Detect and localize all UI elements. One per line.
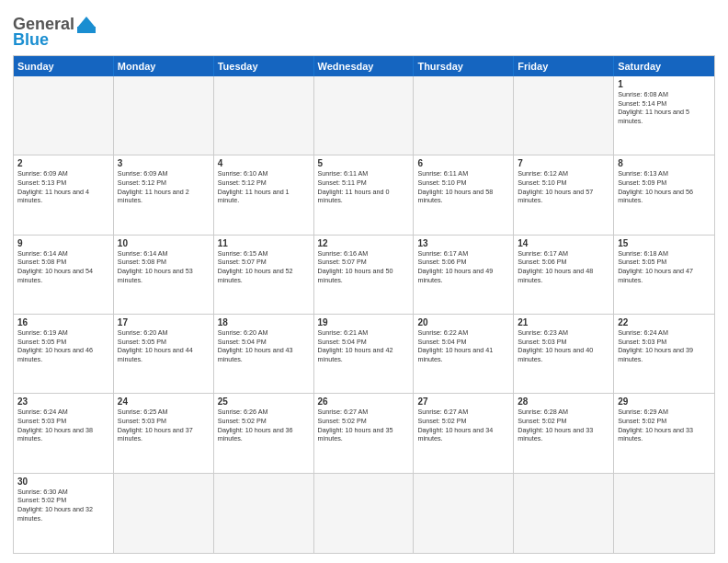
cell-day-number: 6 xyxy=(417,158,509,168)
calendar-cell: 7Sunrise: 6:12 AM Sunset: 5:10 PM Daylig… xyxy=(514,155,614,235)
cell-day-number: 24 xyxy=(118,396,210,407)
calendar-cell: 22Sunrise: 6:24 AM Sunset: 5:03 PM Dayli… xyxy=(614,315,714,394)
day-header-sunday: Sunday xyxy=(14,56,114,76)
calendar-cell: 24Sunrise: 6:25 AM Sunset: 5:03 PM Dayli… xyxy=(114,394,214,473)
calendar-cell xyxy=(314,76,415,155)
cell-info: Sunrise: 6:09 AM Sunset: 5:13 PM Dayligh… xyxy=(17,169,109,205)
cell-info: Sunrise: 6:17 AM Sunset: 5:06 PM Dayligh… xyxy=(417,249,509,285)
calendar-cell xyxy=(414,474,514,553)
calendar-cell: 17Sunrise: 6:20 AM Sunset: 5:05 PM Dayli… xyxy=(114,315,214,394)
cell-day-number: 27 xyxy=(417,396,509,407)
calendar-cell: 29Sunrise: 6:29 AM Sunset: 5:02 PM Dayli… xyxy=(614,394,714,473)
cell-info: Sunrise: 6:19 AM Sunset: 5:05 PM Dayligh… xyxy=(17,328,109,364)
calendar-cell: 12Sunrise: 6:16 AM Sunset: 5:07 PM Dayli… xyxy=(314,236,415,315)
cell-info: Sunrise: 6:24 AM Sunset: 5:03 PM Dayligh… xyxy=(618,328,711,364)
cell-day-number: 17 xyxy=(118,317,210,327)
cell-info: Sunrise: 6:20 AM Sunset: 5:05 PM Dayligh… xyxy=(118,328,210,364)
cell-info: Sunrise: 6:14 AM Sunset: 5:08 PM Dayligh… xyxy=(118,249,210,285)
calendar-cell xyxy=(114,474,214,553)
calendar-cell: 30Sunrise: 6:30 AM Sunset: 5:02 PM Dayli… xyxy=(14,474,114,553)
cell-info: Sunrise: 6:11 AM Sunset: 5:10 PM Dayligh… xyxy=(417,169,509,205)
day-header-wednesday: Wednesday xyxy=(314,56,415,76)
cell-day-number: 13 xyxy=(417,238,509,248)
calendar-cell: 1Sunrise: 6:08 AM Sunset: 5:14 PM Daylig… xyxy=(614,76,714,155)
cell-day-number: 9 xyxy=(17,238,109,248)
calendar-grid: 1Sunrise: 6:08 AM Sunset: 5:14 PM Daylig… xyxy=(14,76,714,553)
cell-day-number: 14 xyxy=(518,238,609,248)
cell-day-number: 2 xyxy=(17,158,109,168)
cell-info: Sunrise: 6:23 AM Sunset: 5:03 PM Dayligh… xyxy=(518,328,609,364)
page: General Blue SundayMondayTuesdayWednesda… xyxy=(0,0,728,563)
cell-day-number: 22 xyxy=(618,317,711,327)
day-header-thursday: Thursday xyxy=(414,56,514,76)
cell-day-number: 1 xyxy=(618,79,711,89)
cell-info: Sunrise: 6:14 AM Sunset: 5:08 PM Dayligh… xyxy=(17,249,109,285)
calendar-cell: 2Sunrise: 6:09 AM Sunset: 5:13 PM Daylig… xyxy=(14,155,114,235)
calendar-cell: 26Sunrise: 6:27 AM Sunset: 5:02 PM Dayli… xyxy=(314,394,415,473)
cell-day-number: 30 xyxy=(17,477,109,487)
cell-day-number: 8 xyxy=(618,158,711,168)
header: General Blue xyxy=(13,11,715,50)
calendar-cell xyxy=(214,474,314,553)
cell-info: Sunrise: 6:20 AM Sunset: 5:04 PM Dayligh… xyxy=(218,328,310,364)
cell-day-number: 23 xyxy=(17,396,109,407)
calendar-cell: 6Sunrise: 6:11 AM Sunset: 5:10 PM Daylig… xyxy=(414,155,514,235)
calendar-cell xyxy=(214,76,314,155)
calendar-cell xyxy=(114,76,214,155)
calendar: SundayMondayTuesdayWednesdayThursdayFrid… xyxy=(13,55,715,554)
cell-info: Sunrise: 6:24 AM Sunset: 5:03 PM Dayligh… xyxy=(17,408,109,443)
cell-day-number: 12 xyxy=(318,238,410,248)
day-header-saturday: Saturday xyxy=(614,56,714,76)
calendar-cell: 4Sunrise: 6:10 AM Sunset: 5:12 PM Daylig… xyxy=(214,155,314,235)
calendar-cell xyxy=(614,474,714,553)
day-header-friday: Friday xyxy=(514,56,614,76)
day-header-monday: Monday xyxy=(114,56,214,76)
calendar-cell: 15Sunrise: 6:18 AM Sunset: 5:05 PM Dayli… xyxy=(614,236,714,315)
cell-day-number: 7 xyxy=(518,158,609,168)
cell-info: Sunrise: 6:16 AM Sunset: 5:07 PM Dayligh… xyxy=(318,249,410,285)
cell-day-number: 5 xyxy=(318,158,410,168)
day-headers: SundayMondayTuesdayWednesdayThursdayFrid… xyxy=(14,56,714,76)
cell-info: Sunrise: 6:10 AM Sunset: 5:12 PM Dayligh… xyxy=(218,169,310,205)
cell-day-number: 28 xyxy=(518,396,609,407)
cell-info: Sunrise: 6:21 AM Sunset: 5:04 PM Dayligh… xyxy=(318,328,410,364)
cell-day-number: 26 xyxy=(318,396,410,407)
calendar-cell: 16Sunrise: 6:19 AM Sunset: 5:05 PM Dayli… xyxy=(14,315,114,394)
calendar-cell: 13Sunrise: 6:17 AM Sunset: 5:06 PM Dayli… xyxy=(414,236,514,315)
cell-day-number: 4 xyxy=(218,158,310,168)
cell-day-number: 10 xyxy=(118,238,210,248)
calendar-cell: 5Sunrise: 6:11 AM Sunset: 5:11 PM Daylig… xyxy=(314,155,415,235)
cell-info: Sunrise: 6:17 AM Sunset: 5:06 PM Dayligh… xyxy=(518,249,609,285)
calendar-cell xyxy=(514,474,614,553)
cell-info: Sunrise: 6:15 AM Sunset: 5:07 PM Dayligh… xyxy=(218,249,310,285)
calendar-cell: 14Sunrise: 6:17 AM Sunset: 5:06 PM Dayli… xyxy=(514,236,614,315)
cell-info: Sunrise: 6:30 AM Sunset: 5:02 PM Dayligh… xyxy=(17,488,109,523)
calendar-cell: 23Sunrise: 6:24 AM Sunset: 5:03 PM Dayli… xyxy=(14,394,114,473)
calendar-cell: 20Sunrise: 6:22 AM Sunset: 5:04 PM Dayli… xyxy=(414,315,514,394)
cell-info: Sunrise: 6:22 AM Sunset: 5:04 PM Dayligh… xyxy=(417,328,509,364)
calendar-cell: 18Sunrise: 6:20 AM Sunset: 5:04 PM Dayli… xyxy=(214,315,314,394)
calendar-cell: 25Sunrise: 6:26 AM Sunset: 5:02 PM Dayli… xyxy=(214,394,314,473)
day-header-tuesday: Tuesday xyxy=(214,56,314,76)
logo-blue-text: Blue xyxy=(13,30,49,50)
calendar-cell xyxy=(414,76,514,155)
calendar-cell xyxy=(314,474,415,553)
cell-day-number: 18 xyxy=(218,317,310,327)
cell-day-number: 19 xyxy=(318,317,410,327)
cell-info: Sunrise: 6:25 AM Sunset: 5:03 PM Dayligh… xyxy=(118,408,210,443)
cell-info: Sunrise: 6:13 AM Sunset: 5:09 PM Dayligh… xyxy=(618,169,711,205)
cell-day-number: 11 xyxy=(218,238,310,248)
calendar-cell: 11Sunrise: 6:15 AM Sunset: 5:07 PM Dayli… xyxy=(214,236,314,315)
calendar-cell: 21Sunrise: 6:23 AM Sunset: 5:03 PM Dayli… xyxy=(514,315,614,394)
cell-info: Sunrise: 6:08 AM Sunset: 5:14 PM Dayligh… xyxy=(618,90,711,126)
cell-day-number: 25 xyxy=(218,396,310,407)
cell-info: Sunrise: 6:27 AM Sunset: 5:02 PM Dayligh… xyxy=(417,408,509,443)
cell-info: Sunrise: 6:26 AM Sunset: 5:02 PM Dayligh… xyxy=(218,408,310,443)
cell-day-number: 20 xyxy=(417,317,509,327)
cell-info: Sunrise: 6:11 AM Sunset: 5:11 PM Dayligh… xyxy=(318,169,410,205)
cell-info: Sunrise: 6:18 AM Sunset: 5:05 PM Dayligh… xyxy=(618,249,711,285)
calendar-cell xyxy=(14,76,114,155)
calendar-cell: 28Sunrise: 6:28 AM Sunset: 5:02 PM Dayli… xyxy=(514,394,614,473)
cell-info: Sunrise: 6:29 AM Sunset: 5:02 PM Dayligh… xyxy=(618,408,711,443)
calendar-cell: 10Sunrise: 6:14 AM Sunset: 5:08 PM Dayli… xyxy=(114,236,214,315)
